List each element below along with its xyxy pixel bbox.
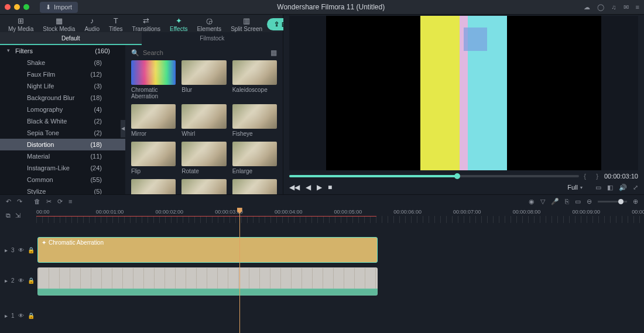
display-1-icon[interactable]: ▭ xyxy=(595,184,601,191)
delete-icon[interactable]: 🗑 xyxy=(34,198,40,205)
mic-icon[interactable]: 🎤 xyxy=(551,198,559,205)
effect-thumb[interactable]: Rotate xyxy=(181,142,226,174)
menu-icon[interactable]: ≡ xyxy=(68,198,72,205)
tab-transitions[interactable]: ⇄Transitions xyxy=(128,17,166,32)
prev-icon[interactable]: ◀ xyxy=(306,183,311,191)
stop-icon[interactable]: ■ xyxy=(328,183,332,191)
cut-icon[interactable]: ✂ xyxy=(46,198,52,205)
tab-effects[interactable]: ✦Effects xyxy=(165,17,192,32)
category-item[interactable]: Faux Film(12) xyxy=(0,68,125,80)
category-item[interactable]: Common(55) xyxy=(0,174,125,186)
effect-thumb[interactable]: Water Ripple xyxy=(232,179,277,194)
effect-thumb[interactable]: Enlarge xyxy=(232,142,277,174)
undo-icon[interactable]: ↶ xyxy=(6,198,11,205)
category-item[interactable]: Material(11) xyxy=(0,150,125,162)
category-item[interactable]: Black & White(2) xyxy=(0,115,125,127)
tab-audio[interactable]: ♪Audio xyxy=(80,17,104,32)
lock-icon[interactable]: 🔒 xyxy=(28,277,35,284)
effect-thumb[interactable]: Kaleidoscope xyxy=(232,60,277,99)
close-window[interactable] xyxy=(5,4,11,10)
effect-thumb[interactable]: Fisheye xyxy=(232,104,277,137)
category-item[interactable]: Night Life(3) xyxy=(0,80,125,92)
minimize-window[interactable] xyxy=(14,4,20,10)
tab-stock[interactable]: ▦Stock Media xyxy=(38,17,80,32)
export-icon: ⇪ xyxy=(274,20,279,28)
ruler-tick: 00:00:02:00 xyxy=(155,209,183,215)
effect-thumb[interactable]: Mirror Flip xyxy=(131,179,176,194)
tab-elements[interactable]: ◶Elements xyxy=(192,17,226,32)
subtab-default[interactable]: Default xyxy=(0,32,142,45)
import-label: Import xyxy=(54,4,72,11)
effect-thumb[interactable]: Chromatic Aberration xyxy=(131,60,176,99)
preview-video[interactable] xyxy=(289,16,638,170)
tab-mymedia[interactable]: ⊞My Media xyxy=(4,17,38,32)
scrub-track[interactable] xyxy=(289,175,579,177)
play-icon[interactable]: ▶ xyxy=(317,183,322,191)
timeline-ruler[interactable]: ⧉ ⇲ 00:0000:00:01:0000:00:02:0000:00:03:… xyxy=(0,208,644,223)
collapse-sidebar[interactable]: ◀ xyxy=(121,120,125,138)
track-expand-icon[interactable]: ▸ xyxy=(5,313,8,319)
playhead[interactable] xyxy=(239,208,240,333)
bell-icon[interactable]: ≡ xyxy=(636,4,639,11)
clip-effect[interactable]: ✦Chromatic Aberration xyxy=(37,237,378,263)
record-icon[interactable]: ◉ xyxy=(529,198,535,205)
category-item[interactable]: Instagram-Like(24) xyxy=(0,162,125,174)
prev-frame-icon[interactable]: ◀◀ xyxy=(289,183,300,191)
subtab-filmstock[interactable]: Filmstock xyxy=(142,32,283,45)
quality-selector[interactable]: Full ▾ xyxy=(567,184,583,191)
category-item[interactable]: Stylize(5) xyxy=(0,186,125,194)
thumb-label: Blur xyxy=(181,87,226,93)
category-item[interactable]: Background Blur(18) xyxy=(0,92,125,104)
tab-split[interactable]: ▥Split Screen xyxy=(226,17,267,32)
link-icon[interactable]: ⇲ xyxy=(15,212,20,219)
display-2-icon[interactable]: ◧ xyxy=(607,184,613,191)
user-icon[interactable]: ◯ xyxy=(597,4,604,11)
tab-label: Titles xyxy=(109,26,123,32)
redo-icon[interactable]: ↷ xyxy=(17,198,22,205)
copy-icon[interactable]: ⧉ xyxy=(6,212,11,219)
thumb-image xyxy=(181,142,226,166)
category-item[interactable]: Shake(8) xyxy=(0,57,125,68)
render-icon[interactable]: ▭ xyxy=(575,198,581,205)
zoom-in-icon[interactable]: ⊕ xyxy=(633,198,638,205)
snapshot-icon[interactable]: ⤢ xyxy=(633,184,638,191)
category-header-filters[interactable]: Filters (160) xyxy=(0,45,125,57)
in-out-brackets[interactable]: { } xyxy=(584,173,600,180)
category-label: Stylize xyxy=(27,188,46,194)
visibility-icon[interactable]: 👁 xyxy=(18,277,24,284)
clip-audio[interactable] xyxy=(37,289,378,296)
category-item[interactable]: Distortion(18) xyxy=(0,139,125,150)
preview-scrubber[interactable]: { } 00:00:03:10 xyxy=(283,170,644,182)
preview-panel: { } 00:00:03:10 ◀◀ ◀ ▶ ■ Full ▾ ▭ ◧ 🔊 ⤢ xyxy=(283,15,644,194)
mixer-icon[interactable]: ⎘ xyxy=(565,198,569,205)
cloud-icon[interactable]: ☁ xyxy=(584,4,590,11)
zoom-out-icon[interactable]: ⊖ xyxy=(587,198,592,205)
visibility-icon[interactable]: 👁 xyxy=(18,247,24,253)
mail-icon[interactable]: ✉ xyxy=(624,4,629,11)
track-expand-icon[interactable]: ▸ xyxy=(5,247,8,253)
visibility-icon[interactable]: 👁 xyxy=(18,313,24,319)
category-item[interactable]: Sepia Tone(2) xyxy=(0,127,125,139)
lock-icon[interactable]: 🔒 xyxy=(28,313,35,319)
headset-icon[interactable]: ♫ xyxy=(611,4,616,11)
effect-thumb[interactable]: Whirl xyxy=(181,104,226,137)
category-count: (4) xyxy=(94,106,102,113)
search-input[interactable] xyxy=(143,49,267,56)
volume-icon[interactable]: 🔊 xyxy=(619,184,627,191)
effect-thumb[interactable]: Mirror xyxy=(131,104,176,137)
category-header-count: (160) xyxy=(95,47,110,54)
tab-titles[interactable]: TTitles xyxy=(104,17,128,32)
category-item[interactable]: Lomography(4) xyxy=(0,104,125,115)
maximize-window[interactable] xyxy=(23,4,29,10)
mymedia-icon: ⊞ xyxy=(18,17,24,25)
marker-icon[interactable]: ▽ xyxy=(540,198,545,205)
speed-icon[interactable]: ⟳ xyxy=(57,198,63,205)
track-expand-icon[interactable]: ▸ xyxy=(5,277,8,284)
effect-thumb[interactable]: Narrow xyxy=(181,179,226,194)
lock-icon[interactable]: 🔒 xyxy=(28,247,35,253)
grid-view-icon[interactable]: ▦ xyxy=(270,49,277,57)
import-button[interactable]: ⬇ Import xyxy=(40,2,78,13)
effect-thumb[interactable]: Flip xyxy=(131,142,176,174)
effect-thumb[interactable]: Blur xyxy=(181,60,226,99)
zoom-slider[interactable] xyxy=(598,201,627,202)
